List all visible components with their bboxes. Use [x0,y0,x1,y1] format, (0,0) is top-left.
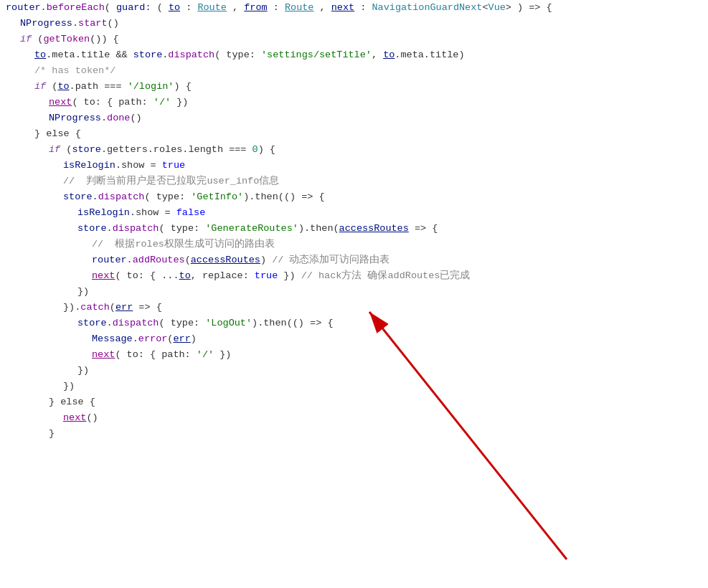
code-line: isRelogin.show = true [0,158,708,174]
code-token: dispatch [113,221,159,237]
code-token: NProgress [49,110,101,126]
code-token: . [127,252,133,268]
code-line: }) [0,284,708,300]
code-token: store [72,142,101,158]
code-token: .path === [70,79,128,95]
code-token: . [72,16,78,32]
code-token: store [133,47,163,63]
code-token: getToken [43,32,90,47]
code-token: true [162,158,185,174]
code-token: router [92,252,127,268]
code-token: // 判断当前用户是否已拉取完 [63,174,207,189]
code-token: ) { [258,142,275,158]
code-token: accessRoutes [339,221,409,237]
code-token: done [107,110,130,126]
code-token: isRelogin [63,158,115,174]
code-token: }) [63,379,75,394]
code-token: } [49,426,55,442]
code-token: , [313,0,331,16]
code-token: , [227,0,244,16]
code-token: ( type: [214,47,261,63]
code-token: to [179,268,191,284]
code-token: 'GetInfo' [191,189,243,205]
code-token: () [108,16,119,32]
code-line: if (store.getters.roles.length === 0) { [0,142,708,158]
code-token: }) [77,363,89,379]
code-line: if (to.path === '/login') { [0,79,708,95]
code-token: 'LogOut' [205,316,252,331]
code-editor: router.beforeEach( guard: ( to : Route ,… [0,0,708,588]
code-line: Message.error(err) [0,331,708,347]
code-token: ()) { [90,32,119,47]
code-token: ( [46,79,57,95]
code-token: .meta.title) [395,47,464,63]
code-token: } else { [34,126,81,142]
code-line: NProgress.start() [0,16,708,32]
code-token: store [77,316,107,331]
code-token: . [101,110,107,126]
code-token: dispatch [168,47,214,63]
code-line: // 根据roles权限生成可访问的路由表 [0,237,708,252]
code-token: , [372,47,383,63]
code-token: next [92,347,115,363]
code-token: ).then(() => { [243,189,324,205]
code-line: store.dispatch( type: 'GenerateRoutes').… [0,221,708,237]
code-token: ( [167,331,173,347]
code-token: err [173,331,190,347]
code-line: // 判断当前用户是否已拉取完user_info信息 [0,174,708,189]
code-token: ).then( [298,221,339,237]
code-token: // hack方法 确保addRoutes已完成 [301,268,471,284]
code-line: router.addRoutes(accessRoutes) // 动态添加可访… [0,252,708,268]
code-line: router.beforeEach( guard: ( to : Route ,… [0,0,708,16]
code-token: err [115,300,133,316]
code-token: < [482,0,488,16]
code-token: }) [171,95,188,110]
code-token: ( type: [159,316,205,331]
code-token: beforeEach [47,0,105,16]
code-token: ) { [174,79,191,95]
code-token: dispatch [98,189,145,205]
code-token: > ) => { [506,0,552,16]
code-token: addRoutes [133,252,185,268]
code-token: roles [135,237,164,252]
code-line: if (getToken()) { [0,32,708,47]
code-line: /* has token*/ [0,63,708,79]
code-token: ( [60,142,72,158]
code-line: isRelogin.show = false [0,205,708,221]
code-token: ).then(() => { [252,316,333,331]
code-token: '/' [197,347,214,363]
code-token: Route [197,0,227,16]
code-token: . [133,331,138,347]
code-token: next [49,95,72,110]
code-token: .getters.roles.length === [101,142,252,158]
code-token: 0 [252,142,258,158]
code-token: guard [116,0,146,16]
code-token: . [107,316,113,331]
code-token: Vue [488,0,506,16]
code-token: 权限生成可访问的路由 [164,237,265,252]
code-line: next() [0,410,708,426]
code-line: }) [0,379,708,394]
code-token: ( type: [144,189,191,205]
code-line: NProgress.done() [0,110,708,126]
code-token: ( [185,252,191,268]
code-token: 表 [265,237,275,252]
code-token: ( to: { ... [115,268,179,284]
code-token: next [331,0,354,16]
code-token: .meta.title && [46,47,133,63]
code-token: ( type: [159,221,205,237]
code-token: isRelogin [77,205,130,221]
code-token: to [383,47,395,63]
code-token: start [78,16,108,32]
code-token: . [107,221,113,237]
code-token: to [34,47,46,63]
code-token: router [6,0,41,16]
code-token: () [130,110,141,126]
code-token: dispatch [113,316,159,331]
code-line: store.dispatch( type: 'GetInfo').then(()… [0,189,708,205]
code-token: ) [191,331,197,347]
code-token: to [169,0,180,16]
code-token: // 动态添加可访问路由表 [272,252,390,268]
code-line: }).catch(err => { [0,300,708,316]
code-token: 'settings/setTitle' [261,47,372,63]
